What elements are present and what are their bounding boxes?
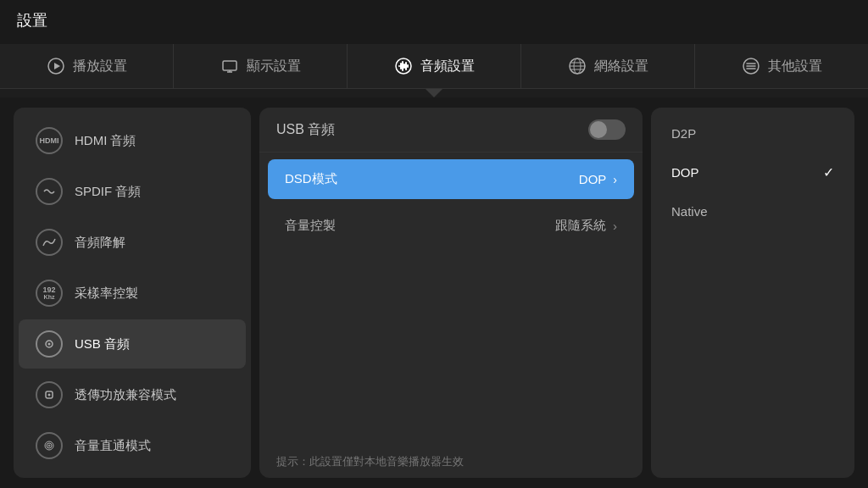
nav-item-playback[interactable]: 播放設置	[0, 44, 174, 88]
nav-item-other[interactable]: 其他設置	[695, 44, 868, 88]
dsd-row[interactable]: DSD模式 DOP ›	[268, 159, 634, 199]
spdif-icon	[36, 178, 63, 205]
nav-label-network: 網絡設置	[594, 58, 648, 75]
menu-item-spdif[interactable]: SPDIF 音頻	[19, 167, 246, 216]
svg-point-24	[48, 394, 51, 396]
menu-item-volume-pass[interactable]: 音量直通模式	[19, 421, 246, 470]
display-icon	[220, 56, 240, 76]
volume-row[interactable]: 音量控製 跟隨系統 ›	[268, 206, 634, 246]
sample-rate-icon: 192 Khz	[36, 280, 63, 307]
menu-label-audio-reduce: 音頻降解	[75, 235, 125, 251]
dsd-label: DSD模式	[285, 171, 337, 187]
svg-marker-1	[54, 63, 60, 69]
menu-item-hdmi[interactable]: HDMI HDMI 音頻	[19, 116, 246, 165]
option-native-label: Native	[671, 204, 708, 219]
usb-audio-icon	[36, 330, 63, 358]
middle-panel: USB 音頻 DSD模式 DOP › 音量控製 跟隨系統 › 提示：此設置僅對本…	[259, 108, 643, 478]
option-d2p-label: D2P	[671, 126, 696, 141]
top-nav: 播放設置 顯示設置 音頻設置	[0, 44, 868, 89]
page-title: 設置	[17, 10, 851, 30]
network-icon	[567, 56, 587, 76]
option-dop[interactable]: DOP ✓	[651, 152, 854, 192]
volume-label: 音量控製	[285, 218, 336, 234]
nav-item-display[interactable]: 顯示設置	[174, 44, 348, 88]
nav-item-network[interactable]: 網絡設置	[521, 44, 695, 88]
menu-label-spdif: SPDIF 音頻	[75, 184, 141, 200]
volume-pass-icon	[36, 432, 63, 459]
transmit-icon	[36, 381, 63, 408]
nav-label-playback: 播放設置	[73, 58, 127, 75]
other-icon	[741, 56, 761, 76]
option-native[interactable]: Native	[651, 192, 854, 230]
playback-icon	[46, 56, 66, 76]
menu-label-hdmi: HDMI 音頻	[75, 133, 136, 149]
menu-label-usb-audio: USB 音頻	[75, 336, 130, 352]
nav-label-other: 其他設置	[768, 58, 822, 75]
nav-label-audio: 音頻設置	[420, 58, 475, 75]
volume-value-text: 跟隨系統	[555, 218, 606, 234]
header: 設置	[0, 0, 868, 44]
menu-label-transmit: 透傳功放兼容模式	[75, 387, 176, 403]
menu-item-audio-reduce[interactable]: 音頻降解	[19, 218, 246, 267]
main-content: HDMI HDMI 音頻 SPDIF 音頻 音頻降解 192 Khz	[0, 97, 868, 488]
nav-label-display: 顯示設置	[247, 58, 301, 75]
usb-toggle-switch[interactable]	[588, 119, 626, 140]
svg-point-26	[47, 443, 52, 448]
usb-toggle-row: USB 音頻	[259, 108, 643, 152]
dop-check-icon: ✓	[823, 164, 834, 180]
option-dop-label: DOP	[671, 165, 699, 180]
dsd-value-text: DOP	[579, 172, 607, 186]
menu-item-usb-audio[interactable]: USB 音頻	[19, 319, 246, 369]
menu-label-volume-pass: 音量直通模式	[75, 438, 151, 454]
audio-icon	[393, 56, 414, 76]
usb-toggle-label: USB 音頻	[276, 121, 335, 139]
menu-label-sample-rate: 采樣率控製	[75, 286, 138, 302]
menu-item-transmit[interactable]: 透傳功放兼容模式	[19, 370, 246, 419]
dsd-chevron-icon: ›	[613, 173, 617, 186]
volume-chevron-icon: ›	[613, 219, 617, 233]
left-panel: HDMI HDMI 音頻 SPDIF 音頻 音頻降解 192 Khz	[14, 108, 251, 478]
hdmi-icon: HDMI	[36, 127, 63, 154]
dsd-value: DOP ›	[579, 172, 617, 186]
volume-value: 跟隨系統 ›	[555, 218, 617, 234]
hint-text: 提示：此設置僅對本地音樂播放器生效	[259, 446, 643, 478]
audio-reduce-icon	[36, 229, 63, 256]
svg-point-22	[48, 343, 51, 346]
menu-item-sample-rate[interactable]: 192 Khz 采樣率控製	[19, 269, 246, 318]
svg-point-27	[48, 445, 50, 446]
right-panel: D2P DOP ✓ Native	[651, 108, 854, 478]
option-d2p[interactable]: D2P	[651, 114, 854, 152]
nav-item-audio[interactable]: 音頻設置	[348, 44, 521, 88]
svg-rect-2	[223, 61, 236, 70]
